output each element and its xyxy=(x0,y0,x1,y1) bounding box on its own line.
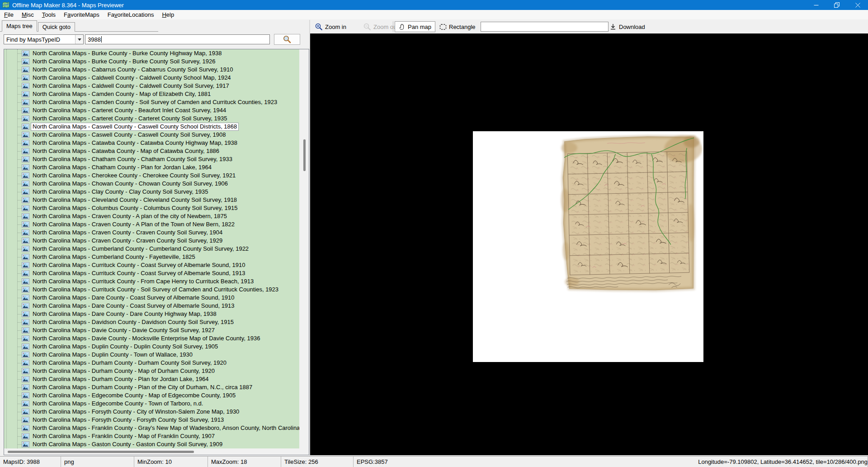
scrollbar-thumb[interactable] xyxy=(8,451,194,453)
tree-item[interactable]: North Carolina Maps - Durham County - Ma… xyxy=(4,367,299,375)
coordinates-input[interactable] xyxy=(481,22,609,32)
tab-maps-tree[interactable]: Maps tree xyxy=(2,20,37,32)
tree-item[interactable]: North Carolina Maps - Clay County - Clay… xyxy=(4,188,299,196)
tree-item[interactable]: North Carolina Maps - Craven County - A … xyxy=(4,212,299,220)
tree-item[interactable]: North Carolina Maps - Camden County - So… xyxy=(4,98,299,106)
titlebar: Offline Map Maker 8.364 - Maps Previewer xyxy=(0,0,868,10)
tree-item[interactable]: North Carolina Maps - Caswell County - C… xyxy=(4,131,299,139)
map-canvas[interactable] xyxy=(310,33,868,455)
tree-item[interactable]: North Carolina Maps - Cabarrus County - … xyxy=(4,66,299,74)
tree-item-label: North Carolina Maps - Currituck County -… xyxy=(31,286,280,293)
tree-item[interactable]: North Carolina Maps - Caldwell County - … xyxy=(4,82,299,90)
menu-item[interactable]: Misc xyxy=(18,10,38,19)
tree-item[interactable]: North Carolina Maps - Chatham County - C… xyxy=(4,155,299,163)
tree-item[interactable]: North Carolina Maps - Durham County - Du… xyxy=(4,359,299,367)
pan-map-button[interactable]: Pan map xyxy=(395,21,435,32)
tree-guide-connector xyxy=(17,306,22,306)
tree-item[interactable]: North Carolina Maps - Craven County - Cr… xyxy=(4,229,299,237)
tree-horizontal-scrollbar[interactable] xyxy=(4,448,300,455)
tree-guide-connector xyxy=(17,273,22,274)
tree-guide-connector xyxy=(17,290,22,290)
tree-item[interactable]: North Carolina Maps - Dare County - Coas… xyxy=(4,294,299,302)
close-button[interactable] xyxy=(847,0,868,10)
menu-item[interactable]: Tools xyxy=(38,10,60,19)
app-window: Offline Map Maker 8.364 - Maps Previewer… xyxy=(0,0,868,467)
tree-item-label: North Carolina Maps - Davidson County - … xyxy=(31,319,235,326)
map-image-icon xyxy=(22,295,29,301)
menu-item[interactable]: FavoriteLocations xyxy=(104,10,158,19)
restore-button[interactable] xyxy=(826,0,847,10)
download-button[interactable]: Download xyxy=(609,21,645,32)
tree-item[interactable]: North Carolina Maps - Caldwell County - … xyxy=(4,74,299,82)
tree-item[interactable]: North Carolina Maps - Currituck County -… xyxy=(4,269,299,277)
tree-item[interactable]: North Carolina Maps - Davidson County - … xyxy=(4,318,299,326)
tree-item[interactable]: North Carolina Maps - Dare County - Dare… xyxy=(4,310,299,318)
tree-item[interactable]: North Carolina Maps - Cleveland County -… xyxy=(4,196,299,204)
tree-item[interactable]: North Carolina Maps - Carteret County - … xyxy=(4,106,299,114)
zoom-in-button[interactable]: Zoom in xyxy=(315,21,346,32)
map-image-icon xyxy=(22,181,29,187)
tree-item-label: North Carolina Maps - Davie County - Dav… xyxy=(31,327,216,334)
map-image-icon xyxy=(22,132,29,138)
tree-item[interactable]: North Carolina Maps - Cherokee County - … xyxy=(4,172,299,180)
tree-item[interactable]: North Carolina Maps - Camden County - Ma… xyxy=(4,90,299,98)
tree-item[interactable]: North Carolina Maps - Columbus County - … xyxy=(4,204,299,212)
tree-item[interactable]: North Carolina Maps - Davie County - Dav… xyxy=(4,326,299,334)
tree-item[interactable]: North Carolina Maps - Cumberland County … xyxy=(4,253,299,261)
rectangle-select-button[interactable]: Rectangle xyxy=(439,21,476,32)
tree-item[interactable]: North Carolina Maps - Currituck County -… xyxy=(4,277,299,286)
tree-item[interactable]: North Carolina Maps - Catawba County - C… xyxy=(4,139,299,147)
tree-guide-connector xyxy=(17,135,22,135)
tree-item[interactable]: North Carolina Maps - Edgecombe County -… xyxy=(4,391,299,400)
map-tile-area[interactable] xyxy=(473,131,703,362)
tree-item[interactable]: North Carolina Maps - Chatham County - P… xyxy=(4,163,299,172)
menu-item[interactable]: FavoriteMaps xyxy=(60,10,104,19)
tree-item-label: North Carolina Maps - Gaston County - Ga… xyxy=(31,441,224,448)
tree-item[interactable]: North Carolina Maps - Chowan County - Ch… xyxy=(4,180,299,188)
tree-item[interactable]: North Carolina Maps - Craven County - A … xyxy=(4,220,299,229)
map-image-icon xyxy=(22,238,29,244)
tree-item[interactable]: North Carolina Maps - Dare County - Coas… xyxy=(4,302,299,310)
tree-item[interactable]: North Carolina Maps - Franklin County - … xyxy=(4,432,299,440)
menu-item[interactable]: Help xyxy=(158,10,178,19)
tree-item[interactable]: North Carolina Maps - Duplin County - To… xyxy=(4,351,299,359)
find-by-dropdown[interactable]: Find by MapsTypeID xyxy=(4,34,84,44)
tree-item[interactable]: North Carolina Maps - Currituck County -… xyxy=(4,286,299,294)
scrollbar-thumb[interactable] xyxy=(303,139,306,171)
tree-item[interactable]: North Carolina Maps - Durham County - Pl… xyxy=(4,383,299,391)
tree-item-label: North Carolina Maps - Currituck County -… xyxy=(31,270,246,277)
tree-item-label: North Carolina Maps - Carteret County - … xyxy=(31,115,228,122)
tree-item[interactable]: North Carolina Maps - Franklin County - … xyxy=(4,424,299,432)
pan-hand-icon xyxy=(398,23,406,30)
tab-quick-goto[interactable]: Quick goto xyxy=(38,22,75,32)
tree-item-label: North Carolina Maps - Cleveland County -… xyxy=(31,196,238,204)
tree-item[interactable]: North Carolina Maps - Burke County - Bur… xyxy=(4,57,299,66)
tree-vertical-scrollbar[interactable] xyxy=(300,49,309,448)
tree-item[interactable]: North Carolina Maps - Duplin County - Du… xyxy=(4,343,299,351)
tree-item[interactable]: North Carolina Maps - Cumberland County … xyxy=(4,245,299,253)
tree-guide-connector xyxy=(17,119,22,119)
tree-item[interactable]: North Carolina Maps - Gaston County - Ga… xyxy=(4,440,299,448)
map-image-icon xyxy=(22,50,29,57)
tree-guide-connector xyxy=(17,428,22,429)
tree-item[interactable]: North Carolina Maps - Burke County - Bur… xyxy=(4,49,299,57)
minimize-button[interactable] xyxy=(806,0,826,10)
tree-item[interactable]: North Carolina Maps - Catawba County - M… xyxy=(4,147,299,155)
map-image-icon xyxy=(22,189,29,195)
tree-item[interactable]: North Carolina Maps - Edgecombe County -… xyxy=(4,400,299,408)
dropdown-arrow-button[interactable] xyxy=(75,35,83,44)
tree-item[interactable]: North Carolina Maps - Davie County - Moc… xyxy=(4,334,299,343)
tree-item[interactable]: North Carolina Maps - Durham County - Pl… xyxy=(4,375,299,383)
search-input[interactable]: 3988 xyxy=(85,34,270,44)
tree-item[interactable]: North Carolina Maps - Craven County - Cr… xyxy=(4,237,299,245)
tree-item[interactable]: North Carolina Maps - Carteret County - … xyxy=(4,114,299,123)
status-text: MapsID: 3988 xyxy=(3,458,40,465)
search-button[interactable] xyxy=(274,34,300,45)
status-text: TileSize: 256 xyxy=(284,458,318,465)
tree-item[interactable]: North Carolina Maps - Currituck County -… xyxy=(4,261,299,269)
tree-item[interactable]: North Carolina Maps - Forsyth County - C… xyxy=(4,408,299,416)
tree-item[interactable]: North Carolina Maps - Forsyth County - F… xyxy=(4,416,299,424)
menu-item[interactable]: File xyxy=(0,10,18,19)
tree-item[interactable]: North Carolina Maps - Caswell County - C… xyxy=(4,123,299,131)
download-icon xyxy=(609,23,617,30)
